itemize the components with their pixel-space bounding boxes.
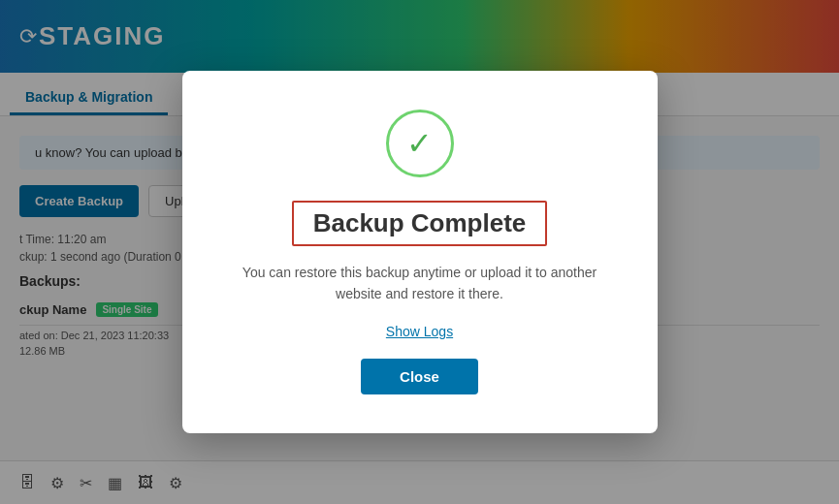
- close-button[interactable]: Close: [361, 359, 478, 394]
- modal-description: You can restore this backup anytime or u…: [231, 262, 609, 305]
- show-logs-link[interactable]: Show Logs: [231, 324, 609, 339]
- checkmark-icon: ✓: [406, 128, 433, 159]
- modal-dialog: ✓ Backup Complete You can restore this b…: [182, 71, 658, 434]
- modal-title: Backup Complete: [292, 201, 548, 246]
- success-circle: ✓: [386, 110, 454, 177]
- modal-overlay: ✓ Backup Complete You can restore this b…: [0, 0, 839, 504]
